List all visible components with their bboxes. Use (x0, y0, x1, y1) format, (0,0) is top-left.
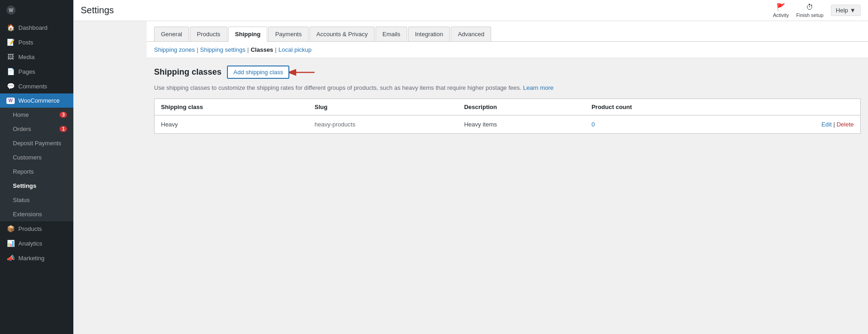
col-header-name: Shipping class (155, 99, 309, 115)
row-name: Heavy (155, 115, 309, 134)
subnav-settings[interactable]: Shipping settings (200, 46, 245, 53)
row-slug: heavy-products (308, 115, 458, 134)
sidebar-item-label: Comments (18, 83, 47, 90)
sidebar-item-settings[interactable]: Settings (0, 179, 73, 193)
sidebar-item-label: Pages (18, 68, 35, 75)
row-description: Heavy items (458, 115, 585, 134)
subnav-sep-1: | (197, 46, 198, 53)
section-heading: Shipping classes (154, 67, 221, 77)
pages-icon: 📄 (6, 68, 15, 75)
sidebar-item-label: Home (13, 111, 29, 118)
woocommerce-icon: W (6, 98, 15, 104)
sidebar-item-label: Status (13, 197, 30, 203)
col-header-description: Description (458, 99, 585, 115)
sidebar-item-comments[interactable]: 💬 Comments (0, 79, 73, 93)
sidebar-item-extensions[interactable]: Extensions (0, 207, 73, 221)
finish-setup-button[interactable]: ⏱ Finish setup (796, 3, 823, 18)
sidebar-item-label: Dashboard (18, 24, 48, 31)
settings-tabs: General Products Shipping Payments Accou… (147, 21, 868, 42)
tab-emails[interactable]: Emails (376, 27, 407, 41)
sidebar-item-label: Customers (13, 154, 42, 161)
tab-integration[interactable]: Integration (408, 27, 450, 41)
page-body: Shipping classes Add shipping class Use … (147, 58, 868, 141)
comments-icon: 💬 (6, 82, 15, 90)
dashboard-icon: 🏠 (6, 24, 15, 31)
sidebar-item-posts[interactable]: 📝 Posts (0, 35, 73, 49)
posts-icon: 📝 (6, 38, 15, 46)
tab-advanced[interactable]: Advanced (451, 27, 491, 41)
sidebar-item-label: Deposit Payments (13, 140, 61, 147)
sidebar-item-orders[interactable]: Orders 1 (0, 122, 73, 136)
sidebar-item-woocommerce[interactable]: W WooCommerce (0, 93, 73, 108)
col-header-slug: Slug (308, 99, 458, 115)
finish-setup-label: Finish setup (796, 12, 823, 18)
settings-area: General Products Shipping Payments Accou… (147, 21, 868, 58)
subnav-zones[interactable]: Shipping zones (154, 46, 195, 53)
sidebar-item-label: WooCommerce (18, 97, 60, 104)
activity-icon: 🚩 (776, 3, 785, 11)
analytics-icon: 📊 (6, 240, 15, 247)
tab-shipping[interactable]: Shipping (228, 27, 268, 42)
products-icon: 📦 (6, 225, 15, 232)
sidebar-item-label: Extensions (13, 211, 42, 218)
tab-accounts[interactable]: Accounts & Privacy (310, 27, 375, 41)
sidebar-item-dashboard[interactable]: 🏠 Dashboard (0, 20, 73, 35)
subnav-classes: Classes (251, 46, 273, 53)
description-text: Use shipping classes to customize the sh… (154, 84, 861, 91)
col-header-count: Product count (585, 99, 734, 115)
sidebar-item-deposit[interactable]: Deposit Payments (0, 136, 73, 150)
topbar-actions: 🚩 Activity ⏱ Finish setup Help ▼ (773, 3, 861, 18)
sidebar-item-label: Posts (18, 39, 33, 46)
subnav-local[interactable]: Local pickup (278, 46, 311, 53)
main-content: General Products Shipping Payments Accou… (147, 21, 868, 334)
subnav-sep-2: | (247, 46, 249, 53)
topbar: Settings 🚩 Activity ⏱ Finish setup Help … (73, 0, 868, 21)
sidebar-logo: W (0, 0, 73, 20)
sidebar-item-label: Marketing (18, 255, 44, 262)
sidebar-item-label: Orders (13, 126, 31, 132)
sidebar-item-media[interactable]: 🖼 Media (0, 49, 73, 64)
sidebar-item-label: Analytics (18, 240, 42, 247)
finish-setup-icon: ⏱ (806, 3, 813, 11)
media-icon: 🖼 (6, 53, 15, 60)
orders-badge: 1 (60, 126, 67, 132)
tab-general[interactable]: General (154, 27, 189, 41)
edit-link[interactable]: Edit (821, 121, 831, 128)
subnav-sep-3: | (275, 46, 276, 53)
add-shipping-class-button[interactable]: Add shipping class (227, 66, 289, 79)
sidebar-item-status[interactable]: Status (0, 193, 73, 207)
help-button[interactable]: Help ▼ (831, 5, 861, 16)
page-title: Settings (81, 5, 114, 16)
sidebar-item-home[interactable]: Home 3 (0, 108, 73, 122)
row-count: 0 (585, 115, 734, 134)
tab-payments[interactable]: Payments (268, 27, 309, 41)
sidebar-item-label: Reports (13, 168, 34, 175)
table-row: Heavy heavy-products Heavy items 0 Edit … (155, 115, 861, 134)
marketing-icon: 📣 (6, 254, 15, 262)
learn-more-link[interactable]: Learn more (523, 84, 553, 91)
sub-navigation: Shipping zones | Shipping settings | Cla… (147, 42, 868, 58)
sidebar-item-customers[interactable]: Customers (0, 150, 73, 164)
delete-link[interactable]: Delete (836, 121, 854, 128)
row-actions: Edit | Delete (734, 115, 861, 134)
table-header: Shipping class Slug Description Product … (155, 99, 861, 115)
sidebar: W 🏠 Dashboard 📝 Posts 🖼 Media 📄 Pages 💬 … (0, 0, 73, 334)
col-header-actions (734, 99, 861, 115)
sidebar-item-products[interactable]: 📦 Products (0, 221, 73, 236)
sidebar-item-pages[interactable]: 📄 Pages (0, 64, 73, 79)
sidebar-item-label: Products (18, 225, 42, 232)
sidebar-item-marketing[interactable]: 📣 Marketing (0, 251, 73, 265)
activity-label: Activity (773, 12, 789, 18)
sidebar-item-label: Settings (13, 182, 36, 189)
sidebar-item-label: Media (18, 54, 34, 60)
shipping-classes-table: Shipping class Slug Description Product … (154, 99, 861, 134)
tab-products[interactable]: Products (190, 27, 227, 41)
wp-logo-icon: W (6, 5, 16, 15)
sidebar-item-analytics[interactable]: 📊 Analytics (0, 236, 73, 251)
home-badge: 3 (60, 112, 67, 118)
table-body: Heavy heavy-products Heavy items 0 Edit … (155, 115, 861, 134)
activity-button[interactable]: 🚩 Activity (773, 3, 789, 18)
sidebar-item-reports[interactable]: Reports (0, 164, 73, 179)
